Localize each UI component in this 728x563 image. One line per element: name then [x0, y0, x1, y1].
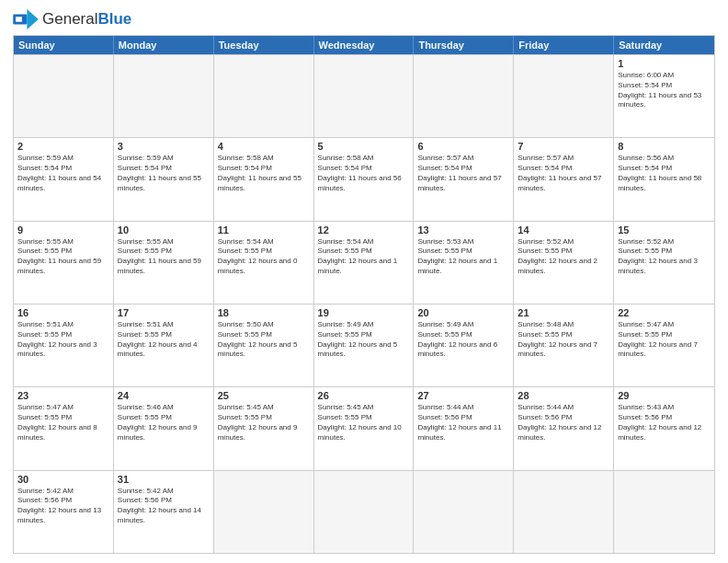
day-number: 7	[518, 141, 609, 152]
day-number: 5	[318, 141, 410, 152]
day-number: 16	[17, 307, 109, 318]
day-number: 9	[17, 224, 109, 236]
day-info: Sunrise: 5:47 AM Sunset: 5:55 PM Dayligh…	[618, 320, 711, 360]
day-cell-25: 25Sunrise: 5:45 AM Sunset: 5:55 PM Dayli…	[214, 387, 314, 469]
day-cell-10: 10Sunrise: 5:55 AM Sunset: 5:55 PM Dayli…	[114, 222, 214, 304]
day-cell-11: 11Sunrise: 5:54 AM Sunset: 5:55 PM Dayli…	[214, 222, 314, 304]
day-cell-29: 29Sunrise: 5:43 AM Sunset: 5:56 PM Dayli…	[614, 387, 714, 469]
day-info: Sunrise: 5:58 AM Sunset: 5:54 PM Dayligh…	[318, 154, 410, 193]
day-cell-19: 19Sunrise: 5:49 AM Sunset: 5:55 PM Dayli…	[314, 304, 415, 386]
empty-cell	[14, 55, 114, 137]
calendar-row: 16Sunrise: 5:51 AM Sunset: 5:55 PM Dayli…	[14, 304, 714, 386]
calendar-body: 1Sunrise: 6:00 AM Sunset: 5:54 PM Daylig…	[14, 54, 714, 553]
calendar-header: SundayMondayTuesdayWednesdayThursdayFrid…	[14, 36, 714, 54]
day-info: Sunrise: 5:45 AM Sunset: 5:55 PM Dayligh…	[218, 403, 310, 442]
day-cell-12: 12Sunrise: 5:54 AM Sunset: 5:55 PM Dayli…	[314, 222, 415, 304]
day-info: Sunrise: 5:56 AM Sunset: 5:54 PM Dayligh…	[618, 154, 711, 193]
logo: GeneralBlue	[13, 9, 131, 29]
day-cell-18: 18Sunrise: 5:50 AM Sunset: 5:55 PM Dayli…	[214, 304, 314, 386]
svg-rect-2	[16, 17, 22, 22]
weekday-header-wednesday: Wednesday	[314, 36, 415, 54]
day-cell-6: 6Sunrise: 5:57 AM Sunset: 5:54 PM Daylig…	[414, 138, 514, 220]
empty-cell	[414, 55, 514, 137]
calendar-row: 30Sunrise: 5:42 AM Sunset: 5:56 PM Dayli…	[14, 470, 714, 553]
day-cell-28: 28Sunrise: 5:44 AM Sunset: 5:56 PM Dayli…	[514, 387, 614, 469]
day-number: 30	[17, 474, 109, 485]
day-cell-8: 8Sunrise: 5:56 AM Sunset: 5:54 PM Daylig…	[614, 138, 714, 220]
day-info: Sunrise: 5:54 AM Sunset: 5:55 PM Dayligh…	[318, 237, 410, 277]
day-number: 15	[618, 224, 711, 236]
weekday-header-saturday: Saturday	[614, 36, 714, 54]
day-cell-22: 22Sunrise: 5:47 AM Sunset: 5:55 PM Dayli…	[614, 304, 714, 386]
day-number: 11	[218, 224, 310, 236]
day-info: Sunrise: 5:44 AM Sunset: 5:56 PM Dayligh…	[417, 403, 509, 442]
day-info: Sunrise: 5:59 AM Sunset: 5:54 PM Dayligh…	[17, 154, 109, 193]
day-number: 31	[118, 474, 210, 485]
day-number: 4	[218, 141, 310, 152]
day-cell-21: 21Sunrise: 5:48 AM Sunset: 5:55 PM Dayli…	[514, 304, 614, 386]
day-cell-30: 30Sunrise: 5:42 AM Sunset: 5:56 PM Dayli…	[14, 471, 114, 553]
logo-icon	[13, 9, 39, 29]
day-info: Sunrise: 5:54 AM Sunset: 5:55 PM Dayligh…	[218, 237, 310, 277]
day-number: 2	[17, 141, 109, 152]
day-cell-20: 20Sunrise: 5:49 AM Sunset: 5:55 PM Dayli…	[414, 304, 514, 386]
day-info: Sunrise: 5:57 AM Sunset: 5:54 PM Dayligh…	[417, 154, 509, 193]
day-number: 28	[518, 390, 609, 401]
day-info: Sunrise: 5:57 AM Sunset: 5:54 PM Dayligh…	[518, 154, 609, 193]
day-cell-1: 1Sunrise: 6:00 AM Sunset: 5:54 PM Daylig…	[614, 55, 714, 137]
day-number: 13	[417, 224, 509, 236]
day-number: 1	[618, 58, 711, 69]
day-info: Sunrise: 5:51 AM Sunset: 5:55 PM Dayligh…	[17, 320, 109, 360]
day-number: 27	[417, 390, 509, 401]
day-number: 19	[318, 307, 410, 318]
day-number: 20	[417, 307, 509, 318]
day-info: Sunrise: 5:49 AM Sunset: 5:55 PM Dayligh…	[318, 320, 410, 360]
day-info: Sunrise: 5:55 AM Sunset: 5:55 PM Dayligh…	[17, 237, 109, 277]
calendar-row: 23Sunrise: 5:47 AM Sunset: 5:55 PM Dayli…	[14, 386, 714, 469]
day-cell-5: 5Sunrise: 5:58 AM Sunset: 5:54 PM Daylig…	[314, 138, 415, 220]
day-number: 10	[118, 224, 210, 236]
day-number: 12	[318, 224, 410, 236]
day-cell-4: 4Sunrise: 5:58 AM Sunset: 5:54 PM Daylig…	[214, 138, 314, 220]
empty-cell	[514, 471, 614, 553]
weekday-header-thursday: Thursday	[414, 36, 514, 54]
day-info: Sunrise: 5:42 AM Sunset: 5:56 PM Dayligh…	[118, 487, 210, 526]
day-number: 21	[518, 307, 609, 318]
day-info: Sunrise: 5:43 AM Sunset: 5:56 PM Dayligh…	[618, 403, 711, 442]
day-number: 3	[118, 141, 210, 152]
page: GeneralBlue SundayMondayTuesdayWednesday…	[0, 0, 728, 563]
header: GeneralBlue	[13, 9, 715, 29]
empty-cell	[514, 55, 614, 137]
day-info: Sunrise: 5:45 AM Sunset: 5:55 PM Dayligh…	[318, 403, 410, 442]
day-number: 8	[618, 141, 711, 152]
weekday-header-friday: Friday	[514, 36, 614, 54]
day-cell-3: 3Sunrise: 5:59 AM Sunset: 5:54 PM Daylig…	[114, 138, 214, 220]
day-number: 17	[118, 307, 210, 318]
day-number: 22	[618, 307, 711, 318]
empty-cell	[214, 55, 314, 137]
day-info: Sunrise: 5:51 AM Sunset: 5:55 PM Dayligh…	[118, 320, 210, 360]
day-number: 23	[17, 390, 109, 401]
empty-cell	[214, 471, 314, 553]
day-cell-14: 14Sunrise: 5:52 AM Sunset: 5:55 PM Dayli…	[514, 222, 614, 304]
empty-cell	[314, 55, 415, 137]
day-cell-26: 26Sunrise: 5:45 AM Sunset: 5:55 PM Dayli…	[314, 387, 415, 469]
weekday-header-tuesday: Tuesday	[214, 36, 314, 54]
day-info: Sunrise: 5:53 AM Sunset: 5:55 PM Dayligh…	[417, 237, 509, 277]
day-info: Sunrise: 5:59 AM Sunset: 5:54 PM Dayligh…	[118, 154, 210, 193]
day-info: Sunrise: 5:47 AM Sunset: 5:55 PM Dayligh…	[17, 403, 109, 442]
day-info: Sunrise: 5:55 AM Sunset: 5:55 PM Dayligh…	[118, 237, 210, 277]
day-number: 14	[518, 224, 609, 236]
day-info: Sunrise: 5:52 AM Sunset: 5:55 PM Dayligh…	[518, 237, 609, 277]
day-number: 18	[218, 307, 310, 318]
day-info: Sunrise: 5:50 AM Sunset: 5:55 PM Dayligh…	[218, 320, 310, 360]
day-info: Sunrise: 5:48 AM Sunset: 5:55 PM Dayligh…	[518, 320, 609, 360]
empty-cell	[114, 55, 214, 137]
weekday-header-sunday: Sunday	[14, 36, 114, 54]
day-info: Sunrise: 6:00 AM Sunset: 5:54 PM Dayligh…	[618, 71, 711, 110]
svg-marker-1	[27, 9, 38, 29]
day-number: 29	[618, 390, 711, 401]
day-cell-27: 27Sunrise: 5:44 AM Sunset: 5:56 PM Dayli…	[414, 387, 514, 469]
day-cell-23: 23Sunrise: 5:47 AM Sunset: 5:55 PM Dayli…	[14, 387, 114, 469]
day-cell-24: 24Sunrise: 5:46 AM Sunset: 5:55 PM Dayli…	[114, 387, 214, 469]
